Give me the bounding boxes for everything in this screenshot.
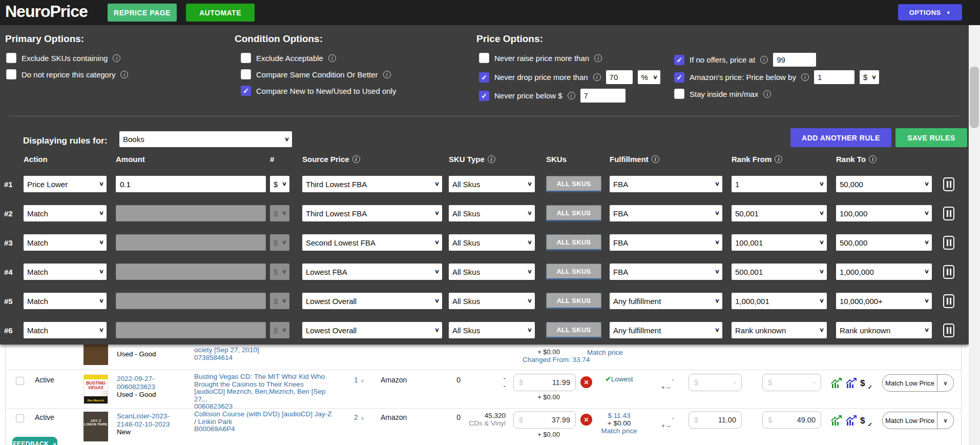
info-icon[interactable]: i (869, 155, 877, 163)
rank-from-select[interactable]: 50,001 (732, 205, 827, 221)
source-price-select[interactable]: Third Lowest FBA (302, 176, 442, 192)
reprice-page-button[interactable]: REPRICE PAGE (108, 4, 177, 22)
all-skus-button[interactable]: ALL SKUS (546, 205, 601, 221)
quantity-dropdown[interactable]: 1∨ (354, 376, 364, 384)
compare-new-to-new-checkbox[interactable]: ✓ (241, 86, 251, 96)
rank-to-select[interactable]: 1,000,000 (836, 264, 932, 280)
action-select[interactable]: Match (24, 322, 107, 338)
clear-price-icon[interactable]: ✕ (580, 376, 592, 388)
rank-to-select[interactable]: 500,000 (836, 234, 932, 251)
rank-from-select[interactable]: 500,001 (732, 264, 827, 280)
exclude-skus-checkbox[interactable] (6, 53, 16, 63)
rank-from-select[interactable]: 1,000,001 (732, 293, 827, 309)
info-icon[interactable]: i (352, 155, 360, 163)
info-icon[interactable]: i (594, 54, 602, 62)
price-input[interactable]: $ 11.99 (513, 374, 576, 391)
fulfillment-select[interactable]: Any fulfillment (610, 293, 722, 309)
info-icon[interactable]: i (120, 71, 128, 78)
row-checkbox[interactable] (16, 414, 24, 422)
drop-unit-select[interactable]: % (638, 70, 660, 84)
sku-text[interactable]: ScanLister-2023- (117, 412, 191, 420)
stay-inside-minmax-checkbox[interactable] (674, 89, 684, 99)
source-price-select[interactable]: Third Lowest FBA (302, 205, 442, 221)
sku-type-select[interactable]: All Skus (449, 234, 535, 251)
pause-rule-button[interactable] (943, 177, 954, 191)
quantity-dropdown[interactable]: 2∨ (354, 413, 364, 421)
info-icon[interactable]: i (775, 155, 782, 163)
match-low-price-button[interactable]: Match Low Price ∨ (882, 374, 954, 392)
fulfillment-select[interactable]: FBA (610, 234, 722, 251)
exclude-acceptable-checkbox[interactable] (241, 53, 251, 63)
match-price-link[interactable]: Match price (595, 427, 643, 435)
min-price-input[interactable]: $ - (689, 374, 742, 391)
fulfillment-select[interactable]: FBA (610, 176, 722, 192)
automate-button[interactable]: AUTOMATE (186, 4, 255, 22)
pause-rule-button[interactable] (943, 265, 954, 279)
info-icon[interactable]: i (760, 56, 768, 64)
options-dropdown-button[interactable]: OPTIONS ▼ (898, 4, 962, 21)
all-skus-button[interactable]: ALL SKUS (546, 322, 601, 338)
info-icon[interactable]: i (593, 73, 601, 81)
info-icon[interactable]: i (113, 54, 120, 62)
fulfillment-select[interactable]: FBA (610, 264, 722, 280)
rank-from-select[interactable]: 100,001 (732, 234, 827, 251)
pause-rule-button[interactable] (943, 294, 954, 308)
pause-rule-button[interactable] (943, 236, 954, 250)
row-checkbox[interactable] (16, 377, 24, 385)
info-icon[interactable]: i (652, 155, 659, 163)
amazon-below-unit-select[interactable]: $ (860, 70, 879, 84)
sku-type-select[interactable]: All Skus (449, 293, 535, 309)
fulfillment-select[interactable]: Any fulfillment (610, 322, 722, 338)
all-skus-button[interactable]: ALL SKUS (546, 176, 601, 192)
match-low-price-dropdown[interactable]: ∨ (937, 412, 953, 429)
never-price-below-checkbox[interactable]: ✓ (479, 91, 489, 101)
product-title-link[interactable]: Collision Course (with DVD) [audioCD] Ja… (194, 410, 332, 426)
dollar-check-icon[interactable]: $✓ (860, 378, 870, 389)
action-select[interactable]: Match (24, 293, 107, 309)
amount-input[interactable] (116, 176, 266, 192)
scrollbar-thumb[interactable] (970, 67, 979, 128)
action-select[interactable]: Match (24, 264, 107, 280)
max-price-input[interactable]: $ 49.00 (762, 411, 821, 429)
fulfillment-select[interactable]: FBA (610, 205, 722, 221)
pause-rule-button[interactable] (943, 207, 954, 220)
no-reprice-category-checkbox[interactable] (6, 69, 16, 79)
info-icon[interactable]: i (328, 54, 336, 62)
no-offers-price-input[interactable] (773, 53, 816, 67)
price-history-chart-icon-blue[interactable] (845, 377, 858, 390)
rank-to-select[interactable]: 10,000,000+ (836, 293, 932, 309)
price-input[interactable]: $ 37.99 (513, 411, 576, 429)
source-price-select[interactable]: Lowest Overall (302, 322, 442, 338)
never-raise-price-checkbox[interactable] (479, 53, 489, 63)
all-skus-button[interactable]: ALL SKUS (546, 293, 601, 309)
sku-type-select[interactable]: All Skus (449, 322, 535, 338)
currency-select[interactable]: $ (270, 176, 289, 192)
pause-rule-button[interactable] (943, 323, 954, 337)
rank-from-select[interactable]: 1 (732, 176, 827, 192)
info-icon[interactable]: i (568, 92, 575, 99)
page-scrollbar[interactable] (969, 25, 980, 445)
rank-to-select[interactable]: 100,000 (836, 205, 932, 221)
action-select[interactable]: Match (24, 234, 107, 251)
min-price-input[interactable]: $ 11.00 (689, 411, 742, 429)
category-select[interactable]: Books (119, 131, 292, 147)
save-rules-button[interactable]: SAVE RULES (895, 128, 967, 147)
info-icon[interactable]: i (763, 90, 771, 98)
sku-text[interactable]: 2022-09-27- (117, 375, 191, 383)
price-floor-input[interactable] (580, 89, 625, 103)
price-history-chart-icon-green[interactable] (830, 377, 843, 390)
clear-price-icon[interactable]: ✕ (580, 414, 592, 426)
match-low-price-button[interactable]: Match Low Price ∨ (882, 412, 954, 429)
price-history-chart-icon-green[interactable] (830, 415, 843, 427)
amazon-below-amount-input[interactable] (814, 70, 854, 84)
match-low-price-dropdown[interactable]: ∨ (937, 375, 953, 391)
sku-type-select[interactable]: All Skus (449, 264, 535, 280)
sku-type-select[interactable]: All Skus (449, 176, 535, 192)
drop-percent-input[interactable] (606, 70, 633, 84)
dollar-check-icon[interactable]: $✓ (860, 416, 870, 426)
source-price-select[interactable]: Lowest FBA (302, 264, 442, 280)
feedback-button[interactable]: FEEDBACK ∨ (12, 437, 57, 445)
product-title-link[interactable]: Busting Vegas CD: The MIT Whiz Kid Who B… (194, 373, 326, 403)
price-history-chart-icon-blue[interactable] (845, 415, 858, 427)
info-icon[interactable]: i (383, 71, 391, 78)
